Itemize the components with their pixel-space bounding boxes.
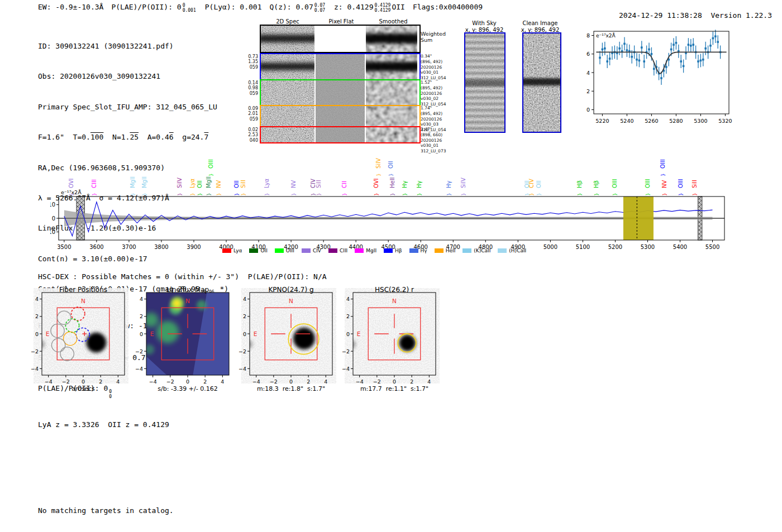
svg-text:}: } [402, 193, 408, 195]
svg-text:NV: NV [216, 180, 222, 188]
spectrum-legend: LyαOIIOIIICIVCIIIMgIIHβHγHeII(K)CaII(H)C… [222, 248, 533, 253]
header-datetime-version: 2024-12-29 11:38:28 Version 1.22.3 [602, 3, 772, 28]
spec2d-row-4 [260, 126, 421, 143]
legend-swatch [435, 248, 444, 253]
svg-text:5320: 5320 [718, 118, 732, 124]
legend-swatch [409, 248, 418, 253]
svg-text:8: 8 [586, 32, 590, 39]
svg-text:−4: −4 [135, 366, 143, 372]
svg-text:e⁻¹⁷x2Å: e⁻¹⁷x2Å [596, 32, 616, 39]
svg-text:}: } [311, 193, 316, 195]
spec2d-row-1-left-labels: 0.731.35059 [245, 54, 258, 70]
cutout-title: HSC(26.2) r [353, 286, 436, 294]
svg-text:MgII: MgII [206, 176, 212, 188]
svg-text:5240: 5240 [620, 118, 633, 124]
qz-value: Q(z): 0.07 [269, 3, 313, 11]
legend-item: Lyα [222, 248, 242, 253]
svg-text:}: } [197, 193, 203, 195]
svg-text:Hγ: Hγ [402, 180, 408, 188]
svg-text:}: } [234, 193, 240, 195]
svg-text:}: } [390, 193, 395, 195]
svg-text:Hβ: Hβ [576, 180, 583, 188]
svg-text:0: 0 [243, 331, 246, 337]
svg-text:N: N [392, 298, 397, 304]
spec2d-row-2-left-labels: 0.140.98059 [245, 80, 258, 96]
info-cont-n: Cont(n) = 3.10(±0.00)e-17 [38, 255, 228, 263]
svg-text:3800: 3800 [154, 244, 168, 250]
flags-value: Flags:0x00400009 [413, 3, 483, 11]
footer-line-1: No matching targets in catalog. [38, 506, 174, 515]
svg-text:OII: OII [388, 161, 394, 169]
svg-text:SiIV: SiIV [460, 178, 466, 188]
svg-text:5000: 5000 [543, 244, 557, 250]
svg-text:3900: 3900 [187, 244, 201, 250]
legend-swatch [498, 248, 507, 253]
svg-text:}: } [69, 193, 74, 195]
cutout-caption: m:17.7 re:1.1" s:1.7" [342, 385, 447, 392]
svg-text:Hγ: Hγ [416, 180, 422, 188]
spec2d-row-4-left-labels: 0.022.53040 [245, 127, 258, 143]
clean-image [522, 32, 561, 133]
cutout-kpno-24-7-g: NE−4−4−2−2002244 [230, 288, 336, 394]
legend-swatch [302, 248, 311, 253]
svg-text:−2: −2 [135, 348, 143, 354]
svg-text:N: N [81, 298, 85, 304]
svg-text:0: 0 [52, 215, 55, 222]
svg-text:}: } [612, 193, 618, 195]
svg-text:0: 0 [289, 378, 293, 385]
spec2d-row-0-right-labels: WeightedSum [421, 31, 455, 44]
svg-text:}: } [529, 193, 535, 195]
svg-text:−4: −4 [252, 378, 260, 385]
svg-text:CII: CII [341, 181, 347, 188]
svg-text:5500: 5500 [705, 244, 719, 250]
svg-text:}: } [342, 193, 347, 195]
legend-item: Hγ [409, 248, 427, 253]
header-stats-line: EW: -0.9±-10.3Å P(LAE)/P(OII): 000.001 P… [38, 3, 483, 13]
with-sky-title: With Skyx, y: 896, 492 [459, 20, 509, 33]
svg-text:−4: −4 [149, 378, 157, 385]
svg-text:}: } [594, 193, 599, 195]
svg-text:SiII: SiII [316, 180, 322, 188]
z-value: z: 0.4129 [334, 3, 373, 11]
svg-text:0: 0 [186, 378, 189, 385]
legend-swatch [222, 248, 231, 253]
svg-text:0: 0 [393, 378, 396, 385]
svg-text:4: 4 [35, 296, 39, 302]
clean-image-title: Clean Imagex, y: 896, 492 [515, 20, 565, 33]
legend-swatch [275, 248, 284, 253]
line-fit-plot: 52205240526052805300532002468e⁻¹⁷x2Å [577, 26, 745, 132]
svg-text:−4: −4 [239, 366, 246, 372]
svg-text:Lyα: Lyα [264, 178, 270, 188]
cutout-title: KPNO(24.7) g [250, 286, 332, 294]
svg-text:5260: 5260 [645, 118, 658, 124]
legend-item: CIII [328, 248, 347, 253]
svg-text:}: } [264, 193, 270, 195]
cutout-caption: arcsecs [31, 385, 136, 392]
legend-swatch [384, 248, 393, 253]
svg-text:0: 0 [346, 331, 350, 337]
full-spectrum-plot: 3500360037003800390040004100420043004400… [50, 144, 735, 256]
svg-text:E: E [46, 330, 50, 337]
svg-text:NV: NV [661, 180, 667, 188]
svg-text:Hγ: Hγ [446, 180, 452, 188]
spec2d-row-3 [260, 105, 421, 128]
svg-text:4: 4 [116, 378, 120, 385]
svg-text:}: } [446, 193, 452, 195]
svg-text:−4: −4 [356, 378, 364, 385]
svg-text:−2: −2 [166, 378, 174, 385]
svg-text:4: 4 [140, 296, 143, 302]
svg-text:}: } [388, 173, 394, 176]
svg-text:}: } [92, 193, 97, 195]
svg-text:3600: 3600 [89, 244, 103, 250]
legend-swatch [462, 248, 471, 253]
svg-text:5100: 5100 [576, 244, 590, 250]
svg-text:5220: 5220 [595, 118, 609, 124]
svg-text:MgII: MgII [130, 176, 136, 188]
svg-text:10: 10 [50, 202, 55, 208]
svg-text:}: } [208, 173, 214, 176]
legend-item: CIV [302, 248, 321, 253]
svg-text:CIV: CIV [310, 179, 316, 188]
svg-text:5280: 5280 [669, 118, 683, 124]
svg-text:4: 4 [221, 378, 224, 385]
svg-text:OII: OII [197, 180, 203, 188]
